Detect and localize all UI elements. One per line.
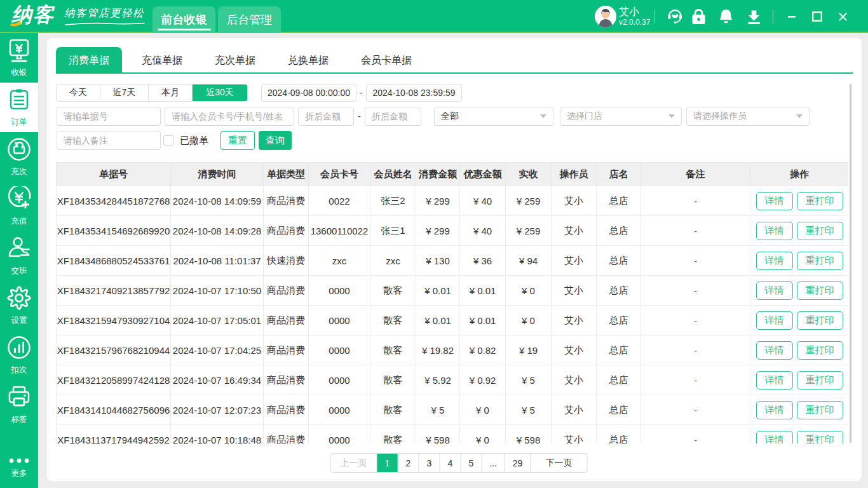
sidebar-item-more[interactable]: 更多 <box>0 447 38 487</box>
detail-button[interactable]: 详情 <box>756 371 793 390</box>
page-button-...[interactable]: ... <box>482 454 505 472</box>
table-row: XF18435342844518727682024-10-08 14:09:59… <box>57 186 849 216</box>
member-input[interactable] <box>165 107 294 126</box>
date-to-input[interactable] <box>366 84 462 102</box>
cell-type: 商品消费 <box>264 306 309 336</box>
sidebar-item-3[interactable]: 充值 <box>0 182 38 231</box>
reprint-button[interactable]: 重打印 <box>797 401 843 419</box>
remark-input[interactable] <box>57 131 161 150</box>
deduct-times-icon <box>6 335 32 363</box>
detail-button[interactable]: 详情 <box>756 252 793 270</box>
customer-service-icon[interactable] <box>667 9 682 24</box>
sidebar-item-0[interactable]: 收银 <box>0 33 38 83</box>
operator-select[interactable]: 请选择操作员 <box>686 107 810 126</box>
lock-icon[interactable] <box>691 9 706 24</box>
detail-button[interactable]: 详情 <box>756 222 793 240</box>
detail-button[interactable]: 详情 <box>756 281 793 300</box>
settings-gear-icon <box>6 285 32 313</box>
doc-tab-4[interactable]: 会员卡单据 <box>348 47 424 74</box>
reprint-button[interactable]: 重打印 <box>797 222 843 240</box>
cell-type: 商品消费 <box>264 365 309 395</box>
reprint-button[interactable]: 重打印 <box>797 371 843 390</box>
detail-button[interactable]: 详情 <box>756 341 793 360</box>
nav-tab-back-admin[interactable]: 后台管理 <box>218 6 281 33</box>
doc-tab-3[interactable]: 兑换单据 <box>275 47 341 74</box>
doc-tab-2[interactable]: 充次单据 <box>202 47 268 74</box>
cell-amount: ¥ 0.01 <box>416 306 460 336</box>
cell-type: 商品消费 <box>264 216 309 246</box>
cell-card_no: 0000 <box>309 336 370 365</box>
quick-range-2[interactable]: 本月 <box>149 85 193 101</box>
doc-tab-0[interactable]: 消费单据 <box>56 47 122 74</box>
voided-checkbox[interactable] <box>163 135 173 146</box>
sidebar-item-label: 扣次 <box>11 365 27 376</box>
reset-button[interactable]: 重置 <box>220 131 255 150</box>
page-button-5[interactable]: 5 <box>461 454 482 472</box>
type-select[interactable]: 全部 <box>434 107 553 126</box>
order-no-input[interactable] <box>57 107 161 126</box>
page-button-4[interactable]: 4 <box>440 454 461 472</box>
avatar[interactable] <box>595 6 616 27</box>
cell-amount: ¥ 0.01 <box>416 276 460 306</box>
voided-checkbox-label[interactable]: 已撤单 <box>180 135 208 147</box>
chevron-down-icon <box>540 114 546 118</box>
amount-min-input[interactable] <box>298 107 354 126</box>
cell-card_no: 13600110022 <box>309 216 370 246</box>
column-header: 操作 <box>750 163 849 186</box>
quick-range-1[interactable]: 近7天 <box>100 85 149 101</box>
cell-amount: ¥ 5 <box>416 395 460 425</box>
detail-button[interactable]: 详情 <box>756 431 793 444</box>
sidebar-item-1[interactable]: 订单 <box>0 83 38 132</box>
next-page-button[interactable]: 下一页 <box>531 454 587 472</box>
cell-time: 2024-10-08 14:09:28 <box>171 216 264 246</box>
reprint-button[interactable]: 重打印 <box>797 252 843 270</box>
cell-card_no: 0000 <box>309 425 370 444</box>
bell-icon[interactable] <box>718 9 733 24</box>
date-from-input[interactable] <box>261 84 356 102</box>
quick-date-group: 今天近7天本月近30天 <box>56 84 248 102</box>
cell-amount: ¥ 299 <box>416 186 460 216</box>
quick-range-0[interactable]: 今天 <box>57 85 100 101</box>
download-icon[interactable] <box>746 9 761 24</box>
detail-button[interactable]: 详情 <box>756 192 793 210</box>
page-button-2[interactable]: 2 <box>398 454 419 472</box>
cell-paid: ¥ 0 <box>506 276 552 306</box>
column-header: 优惠金额 <box>460 163 506 186</box>
close-button[interactable] <box>835 13 850 21</box>
reprint-button[interactable]: 重打印 <box>797 281 843 300</box>
doc-tab-1[interactable]: 充值单据 <box>129 47 195 74</box>
nav-tab-front-cashier[interactable]: 前台收银 <box>153 6 215 33</box>
cell-store: 总店 <box>597 365 641 395</box>
cell-remark: - <box>641 306 750 336</box>
prev-page-button[interactable]: 上一页 <box>331 454 377 472</box>
reprint-button[interactable]: 重打印 <box>797 192 843 210</box>
page-button-1[interactable]: 1 <box>377 454 398 472</box>
amount-max-input[interactable] <box>365 107 421 126</box>
titlebar-divider-2 <box>773 10 773 24</box>
reprint-button[interactable]: 重打印 <box>797 431 843 444</box>
sidebar-item-6[interactable]: 扣次 <box>0 330 38 380</box>
search-button[interactable]: 查询 <box>259 131 292 150</box>
quick-range-3[interactable]: 近30天 <box>193 85 247 101</box>
cell-card_no: 0000 <box>309 365 370 395</box>
cell-store: 总店 <box>597 246 641 276</box>
table-scrollbar[interactable] <box>850 84 851 443</box>
reprint-button[interactable]: 重打印 <box>797 341 843 360</box>
cell-discount: ¥ 40 <box>460 216 506 246</box>
detail-button[interactable]: 详情 <box>756 311 793 330</box>
sidebar: 收银订单充次充值交班设置扣次标签更多 <box>0 33 38 488</box>
detail-button[interactable]: 详情 <box>756 401 793 419</box>
user-name: 艾小 <box>619 6 651 18</box>
sidebar-item-7[interactable]: 标签 <box>0 380 38 430</box>
reprint-button[interactable]: 重打印 <box>797 311 843 330</box>
cell-store: 总店 <box>597 395 641 425</box>
store-select[interactable]: 选择门店 <box>560 107 682 126</box>
page-button-3[interactable]: 3 <box>419 454 440 472</box>
sidebar-item-2[interactable]: 充次 <box>0 132 38 182</box>
minimize-button[interactable] <box>784 16 799 18</box>
sidebar-item-4[interactable]: 交班 <box>0 231 38 281</box>
maximize-button[interactable] <box>810 11 825 22</box>
sidebar-item-5[interactable]: 设置 <box>0 281 38 330</box>
cell-paid: ¥ 259 <box>506 216 552 246</box>
page-button-29[interactable]: 29 <box>505 454 531 472</box>
